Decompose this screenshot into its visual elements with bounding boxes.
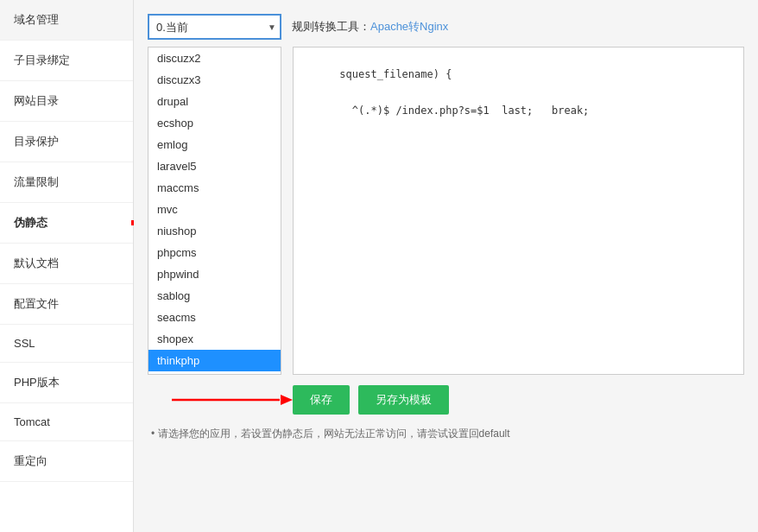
bullet-icon: • (151, 428, 158, 440)
list-item[interactable]: shopex (148, 328, 281, 350)
svg-marker-2 (281, 356, 281, 366)
list-item[interactable]: seacms (148, 307, 281, 328)
list-item[interactable]: discuzx3 (148, 69, 281, 91)
sidebar-item-tomcat[interactable]: Tomcat (0, 403, 133, 441)
list-item[interactable]: maccms (148, 177, 281, 199)
list-item[interactable]: sablog (148, 285, 281, 307)
rule-converter-label: 规则转换工具： (292, 20, 370, 33)
preset-dropdown[interactable]: 0.当前 (148, 14, 281, 40)
arrow-to-thinkphp-icon (281, 354, 281, 368)
save-button[interactable]: 保存 (293, 385, 350, 415)
sidebar-item-ssl[interactable]: SSL (0, 325, 133, 363)
sidebar-item-traffic-limit[interactable]: 流量限制 (0, 162, 133, 203)
sidebar-item-label: 伪静态 (14, 216, 47, 229)
list-item[interactable]: emlog (148, 134, 281, 155)
rule-converter: 规则转换工具：Apache转Nginx (292, 19, 448, 35)
sidebar-item-pseudo-static[interactable]: 伪静态 (0, 203, 133, 244)
svg-marker-4 (281, 395, 293, 405)
list-item[interactable]: phpwind (148, 263, 281, 285)
button-row: 保存 另存为模板 (293, 385, 744, 415)
dropdown-list: discuzx2 discuzx3 drupal ecshop emlog la… (148, 47, 281, 375)
list-item[interactable]: typecho (148, 371, 281, 375)
sidebar-item-redirect[interactable]: 重定向 (0, 441, 133, 482)
sidebar: 域名管理 子目录绑定 网站目录 目录保护 流量限制 伪静态 默认文档 配置文件 … (0, 0, 134, 532)
list-item[interactable]: mvc (148, 199, 281, 220)
sidebar-item-php-version[interactable]: PHP版本 (0, 363, 133, 403)
rule-converter-link[interactable]: Apache转Nginx (370, 20, 448, 33)
info-content: 请选择您的应用，若设置伪静态后，网站无法正常访问，请尝试设置回default (158, 428, 510, 440)
sidebar-item-dir-protect[interactable]: 目录保护 (0, 122, 133, 162)
sidebar-item-config-file[interactable]: 配置文件 (0, 284, 133, 325)
list-item[interactable]: niushop (148, 220, 281, 242)
list-item-thinkphp[interactable]: thinkphp (148, 350, 281, 371)
sidebar-item-default-doc[interactable]: 默认文档 (0, 244, 133, 284)
main-content: 0.当前 ▼ 规则转换工具：Apache转Nginx discuzx2 disc… (134, 0, 758, 532)
list-item[interactable]: ecshop (148, 112, 281, 134)
code-editor[interactable]: squest_filename) { ^(.*)$ /index.php?s=$… (293, 47, 744, 375)
list-item[interactable]: drupal (148, 91, 281, 112)
code-line1: squest_filename) { (339, 68, 452, 80)
arrow-to-save-icon (172, 393, 293, 407)
sidebar-item-website-dir[interactable]: 网站目录 (0, 81, 133, 122)
info-text: • 请选择您的应用，若设置伪静态后，网站无法正常访问，请尝试设置回default (151, 427, 744, 441)
top-row: 0.当前 ▼ 规则转换工具：Apache转Nginx (148, 14, 744, 40)
list-item[interactable]: discuzx2 (148, 48, 281, 69)
list-item[interactable]: laravel5 (148, 155, 281, 177)
sidebar-item-subdir[interactable]: 子目录绑定 (0, 41, 133, 81)
dropdown-wrapper: 0.当前 ▼ (148, 14, 281, 40)
code-line2: ^(.*)$ /index.php?s=$1 last; break; (339, 104, 589, 117)
list-item[interactable]: phpcms (148, 242, 281, 263)
save-as-template-button[interactable]: 另存为模板 (358, 385, 449, 415)
sidebar-item-domain[interactable]: 域名管理 (0, 0, 133, 41)
